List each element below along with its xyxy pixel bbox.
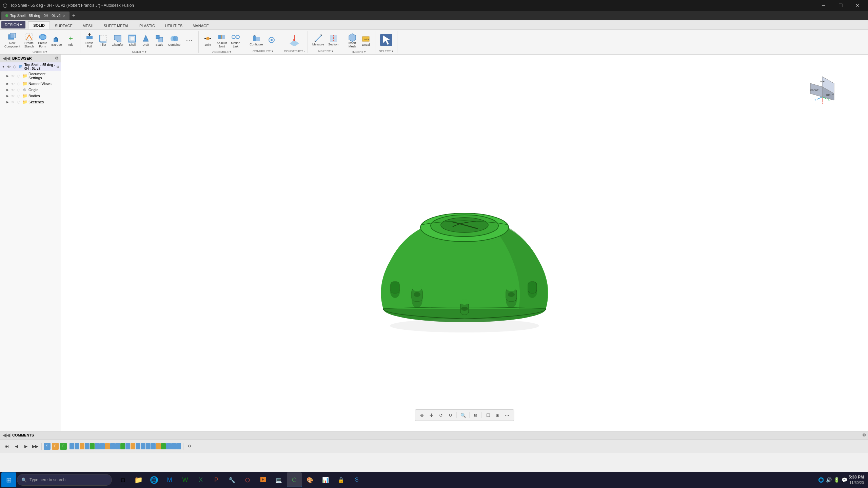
root-visibility-icon[interactable]: 👁 — [6, 65, 11, 69]
step7[interactable] — [100, 443, 105, 449]
draft-button[interactable]: Draft — [139, 33, 152, 48]
ribbon-tab-utilities[interactable]: UTILITIES — [160, 21, 188, 29]
bodies-vis[interactable]: 👁 — [11, 94, 15, 98]
named-views-render[interactable]: ⬡ — [16, 82, 21, 86]
add-button[interactable]: + Add — [64, 33, 77, 48]
timeline-prev-button[interactable]: ◀ — [12, 442, 20, 450]
ribbon-tab-solid[interactable]: SOLID — [28, 21, 50, 29]
doc-settings-vis[interactable]: 👁 — [11, 74, 15, 78]
app10-button[interactable]: 📊 — [318, 472, 333, 487]
browser-item-named-views[interactable]: ▶ 👁 ⬡ 📁 Named Views — [0, 81, 61, 87]
step4[interactable] — [85, 443, 90, 449]
app7-button[interactable]: 🅱 — [256, 472, 271, 487]
network-icon[interactable]: 🌐 — [818, 477, 824, 483]
step1[interactable] — [70, 443, 74, 449]
step19[interactable] — [161, 443, 166, 449]
viewport[interactable]: TOP FRONT RIGHT Z X Y ⊕ ✢ ↺ ↻ 🔍 ⊡ ☐ — [61, 55, 868, 431]
ribbon-tab-surface[interactable]: SURFACE — [50, 21, 78, 29]
taskbar-clock[interactable]: 5:38 PM 11/30/20 — [849, 474, 864, 485]
extrude-button[interactable]: Extrude — [50, 33, 64, 48]
tab-close-button[interactable]: ✕ — [63, 14, 65, 18]
sketches-vis[interactable]: 👁 — [11, 100, 15, 104]
sketches-toggle[interactable]: ▶ — [5, 100, 9, 104]
configure-btn1[interactable]: Configure — [248, 33, 264, 47]
step11[interactable] — [120, 443, 125, 449]
step9[interactable] — [110, 443, 115, 449]
step22[interactable] — [176, 443, 181, 449]
bodies-render[interactable]: ⬡ — [16, 94, 21, 98]
app12-button[interactable]: S — [349, 472, 364, 487]
pan-button[interactable]: ✢ — [428, 411, 436, 419]
step13[interactable] — [131, 443, 135, 449]
browser-item-doc-settings[interactable]: ▶ 👁 ⬡ 📁 Document Settings — [0, 71, 61, 81]
browser-settings-icon[interactable]: ⚙ — [55, 56, 59, 61]
timeline-feature1[interactable]: S — [44, 443, 51, 450]
step2[interactable] — [75, 443, 79, 449]
orbit2-button[interactable]: ↺ — [437, 411, 445, 419]
zoom-in-button[interactable]: 🔍 — [459, 411, 467, 419]
joint-button[interactable]: Joint — [201, 33, 214, 48]
rotate-button[interactable]: ↻ — [447, 411, 455, 419]
orbit-button[interactable]: ⊕ — [418, 411, 426, 419]
comments-collapse-icon[interactable]: ◀◀ — [2, 432, 11, 438]
grid-button[interactable]: ⊞ — [494, 411, 502, 419]
modify-more-button[interactable]: ⋯ — [183, 35, 196, 46]
app5-button[interactable]: 🔧 — [224, 472, 239, 487]
browser-item-sketches[interactable]: ▶ 👁 ⬡ 📁 Sketches — [0, 99, 61, 105]
step18[interactable] — [156, 443, 161, 449]
browser-item-bodies[interactable]: ▶ 👁 ⬡ 📁 Bodies — [0, 93, 61, 99]
root-render-icon[interactable]: ⬡ — [12, 65, 17, 69]
fit-button[interactable]: ⊡ — [472, 411, 480, 419]
battery-icon[interactable]: 🔋 — [834, 477, 840, 483]
step3[interactable] — [80, 443, 84, 449]
workspace-selector[interactable]: DESIGN ▾ — [1, 21, 25, 28]
section-analysis-button[interactable]: Section — [327, 33, 340, 47]
insert-mesh-button[interactable]: InsertMesh — [346, 31, 359, 49]
step6[interactable] — [95, 443, 100, 449]
step20[interactable] — [166, 443, 171, 449]
app3-button[interactable]: X — [193, 472, 208, 487]
press-pull-button[interactable]: PressPull — [83, 31, 96, 49]
sketches-render[interactable]: ⬡ — [16, 100, 21, 104]
create-sketch-button[interactable]: CreateSketch — [23, 31, 36, 49]
display-mode-button[interactable]: ☐ — [484, 411, 492, 419]
root-options-icon[interactable]: ⚙ — [56, 65, 59, 69]
step10[interactable] — [115, 443, 120, 449]
ribbon-tab-mesh[interactable]: MESH — [78, 21, 99, 29]
timeline-play-button[interactable]: ▶ — [22, 442, 30, 450]
doc-settings-toggle[interactable]: ▶ — [5, 74, 9, 78]
timeline-feature3[interactable]: F — [60, 443, 67, 450]
step14[interactable] — [136, 443, 140, 449]
fillet-button[interactable]: Fillet — [97, 33, 110, 48]
comments-settings-icon[interactable]: ⚙ — [862, 433, 866, 438]
app11-button[interactable]: 🔒 — [334, 472, 349, 487]
new-tab-button[interactable]: + — [70, 13, 78, 19]
browser-root-item[interactable]: ▼ 👁 ⬡ ⊞ Top Shell - 55 deg - 0H - 0L v2 … — [0, 62, 61, 71]
shell-button[interactable]: Shell — [126, 33, 139, 48]
configure-btn2[interactable] — [265, 34, 278, 46]
motion-link-button[interactable]: MotionLink — [229, 31, 242, 49]
origin-vis[interactable]: 👁 — [11, 88, 15, 92]
maximize-button[interactable]: ☐ — [833, 0, 848, 11]
view-cube[interactable]: TOP FRONT RIGHT Z X Y — [807, 75, 834, 102]
named-views-toggle[interactable]: ▶ — [5, 82, 9, 85]
file-explorer-button[interactable]: 📁 — [131, 472, 146, 487]
step8[interactable] — [105, 443, 110, 449]
timeline-start-button[interactable]: ⏮ — [3, 442, 11, 450]
step17[interactable] — [151, 443, 156, 449]
new-component-button[interactable]: NewComponent — [3, 31, 22, 49]
step16[interactable] — [146, 443, 151, 449]
app4-button[interactable]: P — [209, 472, 224, 487]
step15[interactable] — [141, 443, 145, 449]
browser-item-origin[interactable]: ▶ 👁 ⬡ ⊕ Origin — [0, 87, 61, 93]
more-view-button[interactable]: ⋯ — [503, 411, 511, 419]
doc-settings-render[interactable]: ⬡ — [16, 74, 21, 78]
combine-button[interactable]: Combine — [166, 33, 182, 48]
origin-render[interactable]: ⬡ — [16, 88, 21, 92]
named-views-vis[interactable]: 👁 — [11, 82, 15, 86]
root-toggle[interactable]: ▼ — [1, 65, 5, 68]
minimize-button[interactable]: ─ — [816, 0, 831, 11]
decal-button[interactable]: IMG Decal — [359, 33, 372, 48]
step21[interactable] — [171, 443, 176, 449]
create-form-button[interactable]: CreateForm — [36, 31, 49, 49]
